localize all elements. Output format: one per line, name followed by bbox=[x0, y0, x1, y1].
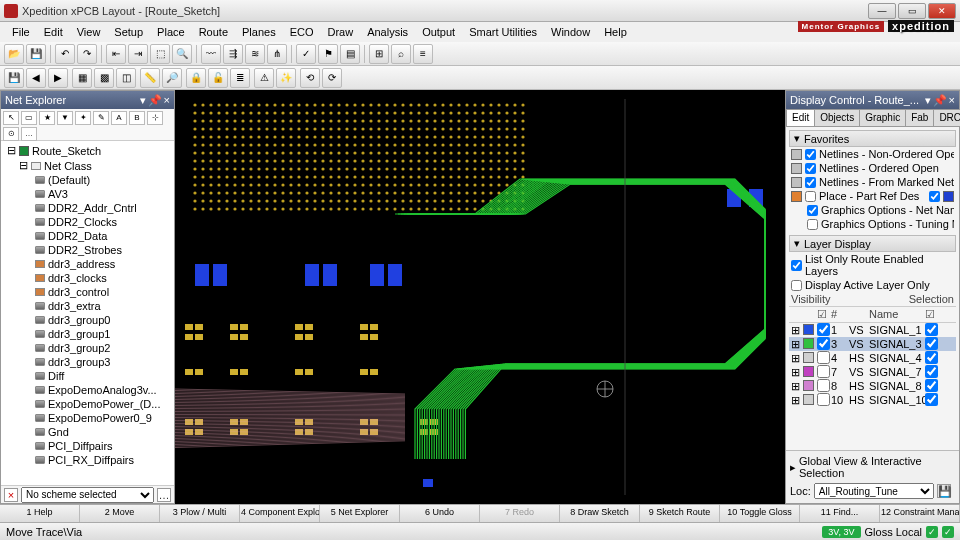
scheme-select[interactable]: No scheme selected bbox=[21, 487, 154, 503]
net-tree[interactable]: ⊟ Route_Sketch ⊟ Net Class (Default)AV3D… bbox=[1, 141, 174, 485]
tree-item[interactable]: ddr3_group0 bbox=[3, 313, 172, 327]
loc-save-icon[interactable]: 💾 bbox=[937, 484, 951, 498]
layer-sel-checkbox[interactable] bbox=[925, 351, 938, 364]
mode-right-icon[interactable]: ▶ bbox=[48, 68, 68, 88]
plow-icon[interactable]: ⇶ bbox=[223, 44, 243, 64]
trail-checkbox[interactable] bbox=[929, 191, 940, 202]
previous-view-icon[interactable]: ⇤ bbox=[106, 44, 126, 64]
dc-tab-objects[interactable]: Objects bbox=[814, 109, 860, 126]
menu-file[interactable]: File bbox=[6, 24, 36, 40]
expand-icon[interactable]: ⊞ bbox=[789, 380, 801, 393]
toggle2-icon[interactable]: ▩ bbox=[94, 68, 114, 88]
dc-tab-fab[interactable]: Fab bbox=[905, 109, 934, 126]
ne-filter-icon[interactable]: ▼ bbox=[57, 111, 73, 125]
panel-close-icon[interactable]: × bbox=[164, 94, 170, 107]
status-check2-icon[interactable]: ✓ bbox=[942, 526, 954, 538]
layer-display-header[interactable]: ▾ Layer Display bbox=[789, 235, 956, 252]
close-button[interactable]: ✕ bbox=[928, 3, 956, 19]
favorite-row[interactable]: Netlines - Non-Ordered Open bbox=[789, 147, 956, 161]
menu-help[interactable]: Help bbox=[598, 24, 633, 40]
redo-icon[interactable]: ↷ bbox=[77, 44, 97, 64]
ne-select-icon[interactable]: ↖ bbox=[3, 111, 19, 125]
color-swatch[interactable] bbox=[791, 191, 802, 202]
drc-icon[interactable]: ✓ bbox=[296, 44, 316, 64]
tree-item[interactable]: ddr3_group2 bbox=[3, 341, 172, 355]
expand-icon[interactable]: ▸ bbox=[790, 461, 796, 474]
tree-item[interactable]: DDR2_Addr_Cntrl bbox=[3, 201, 172, 215]
favorite-row[interactable]: Graphics Options - Net Names On T bbox=[789, 203, 956, 217]
layer-toggle-icon[interactable]: ≣ bbox=[230, 68, 250, 88]
layer-sel-checkbox[interactable] bbox=[925, 323, 938, 336]
layer-swatch[interactable] bbox=[803, 352, 814, 363]
fanout-icon[interactable]: ⋔ bbox=[267, 44, 287, 64]
zoom-icon[interactable]: 🔍 bbox=[172, 44, 192, 64]
fn-key[interactable]: 6 Undo bbox=[400, 505, 480, 522]
menu-eco[interactable]: ECO bbox=[284, 24, 320, 40]
tree-root[interactable]: ⊟ Route_Sketch bbox=[3, 143, 172, 158]
favorite-checkbox[interactable] bbox=[807, 219, 818, 230]
fn-key[interactable]: 9 Sketch Route bbox=[640, 505, 720, 522]
layer-row[interactable]: ⊞8HSSIGNAL_8 bbox=[789, 379, 956, 393]
menu-edit[interactable]: Edit bbox=[38, 24, 69, 40]
favorite-row[interactable]: Netlines - From Marked Nets bbox=[789, 175, 956, 189]
tree-item[interactable]: Gnd bbox=[3, 425, 172, 439]
fn-key[interactable]: 12 Constraint Manager... bbox=[880, 505, 960, 522]
layer-option-checkbox[interactable] bbox=[791, 280, 802, 291]
forward-icon[interactable]: ⟳ bbox=[322, 68, 342, 88]
hazard-icon[interactable]: ⚠ bbox=[254, 68, 274, 88]
layer-swatch[interactable] bbox=[803, 366, 814, 377]
expand-icon[interactable]: ⊞ bbox=[789, 366, 801, 379]
save-icon[interactable]: 💾 bbox=[26, 44, 46, 64]
tree-item[interactable]: DDR2_Clocks bbox=[3, 215, 172, 229]
constraint-icon[interactable]: ⊞ bbox=[369, 44, 389, 64]
fn-key[interactable]: 10 Toggle Gloss bbox=[720, 505, 800, 522]
favorite-row[interactable]: Place - Part Ref Des bbox=[789, 189, 956, 203]
menu-output[interactable]: Output bbox=[416, 24, 461, 40]
scheme-more-icon[interactable]: … bbox=[157, 488, 171, 502]
fn-key[interactable]: 7 Redo bbox=[480, 505, 560, 522]
favorite-checkbox[interactable] bbox=[805, 177, 816, 188]
color-swatch[interactable] bbox=[791, 149, 802, 160]
favorite-checkbox[interactable] bbox=[805, 149, 816, 160]
layer-sel-checkbox[interactable] bbox=[925, 379, 938, 392]
global-view-row[interactable]: ▸ Global View & Interactive Selection bbox=[788, 453, 957, 481]
expand-icon[interactable]: ⊟ bbox=[7, 144, 16, 157]
inspect-icon[interactable]: 🔎 bbox=[162, 68, 182, 88]
undo-icon[interactable]: ↶ bbox=[55, 44, 75, 64]
fn-key[interactable]: 2 Move bbox=[80, 505, 160, 522]
measure-icon[interactable]: 📏 bbox=[140, 68, 160, 88]
layer-sel-checkbox[interactable] bbox=[925, 365, 938, 378]
layout-canvas[interactable] bbox=[175, 90, 785, 504]
ne-brush-icon[interactable]: ✎ bbox=[93, 111, 109, 125]
panel-menu-icon[interactable]: ▾ bbox=[140, 94, 146, 107]
unlock-icon[interactable]: 🔓 bbox=[208, 68, 228, 88]
tree-item[interactable]: DDR2_Strobes bbox=[3, 243, 172, 257]
tree-item[interactable]: PCI_RX_Diffpairs bbox=[3, 453, 172, 467]
color-swatch[interactable] bbox=[791, 177, 802, 188]
layer-sel-checkbox[interactable] bbox=[925, 337, 938, 350]
next-view-icon[interactable]: ⇥ bbox=[128, 44, 148, 64]
toggle1-icon[interactable]: ▦ bbox=[72, 68, 92, 88]
properties-icon[interactable]: ≡ bbox=[413, 44, 433, 64]
lock-icon[interactable]: 🔒 bbox=[186, 68, 206, 88]
dc-tab-graphic[interactable]: Graphic bbox=[859, 109, 906, 126]
layer-row[interactable]: ⊞7VSSIGNAL_7 bbox=[789, 365, 956, 379]
panel-menu-icon[interactable]: ▾ bbox=[925, 94, 931, 107]
layer-option-row[interactable]: Display Active Layer Only bbox=[789, 278, 956, 292]
layer-row[interactable]: ⊞3VSSIGNAL_3 bbox=[789, 337, 956, 351]
back-icon[interactable]: ⟲ bbox=[300, 68, 320, 88]
ne-net-icon[interactable]: ⊹ bbox=[147, 111, 163, 125]
menu-analysis[interactable]: Analysis bbox=[361, 24, 414, 40]
favorites-header[interactable]: ▾ Favorites bbox=[789, 130, 956, 147]
layer-row[interactable]: ⊞1VSSIGNAL_1 bbox=[789, 323, 956, 337]
expand-icon[interactable]: ⊞ bbox=[789, 352, 801, 365]
find-icon[interactable]: ⌕ bbox=[391, 44, 411, 64]
save2-icon[interactable]: 💾 bbox=[4, 68, 24, 88]
tree-item[interactable]: Diff bbox=[3, 369, 172, 383]
ne-fit-icon[interactable]: ▭ bbox=[21, 111, 37, 125]
route-icon[interactable]: 〰 bbox=[201, 44, 221, 64]
fn-key[interactable]: 11 Find... bbox=[800, 505, 880, 522]
expand-icon[interactable]: ⊞ bbox=[789, 338, 801, 351]
maximize-button[interactable]: ▭ bbox=[898, 3, 926, 19]
tree-item[interactable]: PCI_Diffpairs bbox=[3, 439, 172, 453]
